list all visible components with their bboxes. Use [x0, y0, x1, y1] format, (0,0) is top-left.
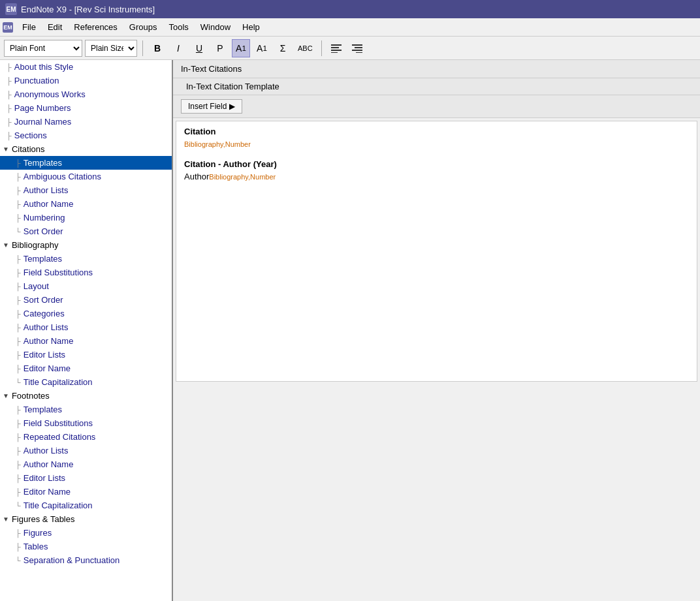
- tree-about-label: About this Style: [14, 62, 73, 72]
- tree-bib-categories[interactable]: ├ Categories: [0, 307, 172, 320]
- tree-bib-editor-lists[interactable]: ├ Editor Lists: [0, 348, 172, 362]
- connector: ├: [7, 118, 12, 126]
- tree-cit-templates[interactable]: ├ Templates: [0, 156, 172, 170]
- superscript-button[interactable]: A1: [232, 39, 250, 57]
- expand-icon: ▼: [3, 146, 9, 153]
- menu-tools[interactable]: Tools: [163, 20, 193, 34]
- tree-fn-author-name-label: Author Name: [24, 459, 74, 469]
- tree-bib-author-name[interactable]: ├ Author Name: [0, 334, 172, 348]
- connector: ├: [16, 420, 21, 427]
- tree-fn-author-name[interactable]: ├ Author Name: [0, 457, 172, 471]
- tree-bibliography-group[interactable]: ▼ Bibliography: [0, 238, 172, 252]
- tree-ft-figures-label: Figures: [24, 528, 52, 538]
- tree-fn-author-lists[interactable]: ├ Author Lists: [0, 444, 172, 457]
- connector: ├: [16, 214, 21, 222]
- tree-ft-tables-label: Tables: [24, 542, 48, 551]
- tree-bib-title-cap[interactable]: └ Title Capitalization: [0, 375, 172, 389]
- tree-figures-tables-group[interactable]: ▼ Figures & Tables: [0, 512, 172, 526]
- tree-bib-templates[interactable]: ├ Templates: [0, 252, 172, 266]
- tree-bib-editor-name-label: Editor Name: [24, 363, 71, 373]
- underline-button[interactable]: U: [190, 39, 208, 57]
- connector: ├: [16, 447, 21, 455]
- connector: ├: [16, 173, 21, 181]
- tree-ft-sep[interactable]: └ Separation & Punctuation: [0, 553, 172, 567]
- tree-bib-categories-label: Categories: [24, 309, 65, 318]
- italic-button[interactable]: I: [169, 39, 187, 57]
- tree-fn-author-lists-label: Author Lists: [24, 446, 69, 455]
- align-right-button[interactable]: [348, 39, 366, 57]
- menu-edit[interactable]: Edit: [42, 20, 67, 34]
- align-right-icon: [352, 44, 362, 53]
- tree-sections-label: Sections: [14, 131, 47, 140]
- tree-ft-tables[interactable]: ├ Tables: [0, 540, 172, 553]
- tree-fn-templates[interactable]: ├ Templates: [0, 403, 172, 416]
- right-panel: In-Text Citations In-Text Citation Templ…: [173, 60, 700, 601]
- connector: ├: [7, 63, 12, 71]
- tree-bib-author-name-label: Author Name: [24, 336, 74, 346]
- tree-bib-field-subs[interactable]: ├ Field Substitutions: [0, 266, 172, 279]
- tree-cit-ambiguous[interactable]: ├ Ambiguous Citations: [0, 170, 172, 183]
- menu-window[interactable]: Window: [195, 20, 236, 34]
- symbol-button[interactable]: Σ: [274, 39, 292, 57]
- tree-ft-figures[interactable]: ├ Figures: [0, 526, 172, 540]
- tree-sections[interactable]: ├ Sections: [0, 129, 172, 142]
- citation-label: Citation: [184, 127, 689, 136]
- author-text: Author: [184, 172, 209, 181]
- tree-journal-names[interactable]: ├ Journal Names: [0, 115, 172, 129]
- tree-fn-repeated-label: Repeated Citations: [24, 432, 96, 442]
- connector: └: [16, 557, 21, 564]
- tree-page-numbers-label: Page Numbers: [14, 103, 71, 113]
- svg-rect-5: [355, 47, 362, 48]
- menu-groups[interactable]: Groups: [124, 20, 163, 34]
- smallcaps-button[interactable]: ABC: [294, 39, 316, 57]
- tree-bib-sort-order[interactable]: ├ Sort Order: [0, 293, 172, 307]
- tree-bib-sort-order-label: Sort Order: [24, 295, 63, 305]
- tree-fn-editor-name-label: Editor Name: [24, 487, 71, 497]
- tree-cit-author-lists[interactable]: ├ Author Lists: [0, 183, 172, 197]
- tree-cit-numbering-label: Numbering: [24, 213, 65, 223]
- tree-cit-numbering[interactable]: ├ Numbering: [0, 211, 172, 224]
- tree-footnotes-group[interactable]: ▼ Footnotes: [0, 389, 172, 403]
- align-left-button[interactable]: [327, 39, 345, 57]
- subscript-button[interactable]: A1: [253, 39, 271, 57]
- tree-fn-title-cap[interactable]: └ Title Capitalization: [0, 499, 172, 512]
- tree-cit-author-name[interactable]: ├ Author Name: [0, 197, 172, 211]
- tree-bib-field-subs-label: Field Substitutions: [24, 268, 93, 277]
- menu-references[interactable]: References: [69, 20, 122, 34]
- menu-file[interactable]: File: [17, 20, 41, 34]
- section-title: In-Text Citations: [173, 60, 700, 78]
- svg-rect-0: [331, 44, 342, 46]
- plain-button[interactable]: P: [211, 39, 229, 57]
- font-select[interactable]: Plain Font: [4, 40, 82, 57]
- tree-cit-sort-order[interactable]: └ Sort Order: [0, 224, 172, 238]
- tree-citations-group[interactable]: ▼ Citations: [0, 142, 172, 156]
- connector: ├: [16, 324, 21, 331]
- tree-fn-field-subs[interactable]: ├ Field Substitutions: [0, 416, 172, 430]
- connector: ├: [7, 132, 12, 140]
- tree-anonymous[interactable]: ├ Anonymous Works: [0, 87, 172, 101]
- tree-about[interactable]: ├ About this Style: [0, 60, 172, 74]
- tree-fn-templates-label: Templates: [24, 405, 62, 414]
- tree-bib-editor-name[interactable]: ├ Editor Name: [0, 362, 172, 375]
- connector: ├: [16, 351, 21, 359]
- menu-help[interactable]: Help: [237, 20, 265, 34]
- insert-field-button[interactable]: Insert Field ▶: [181, 99, 242, 114]
- tree-punctuation[interactable]: ├ Punctuation: [0, 74, 172, 87]
- tree-fn-editor-lists[interactable]: ├ Editor Lists: [0, 471, 172, 485]
- tree-cit-ambiguous-label: Ambiguous Citations: [24, 172, 101, 181]
- tree-page-numbers[interactable]: ├ Page Numbers: [0, 101, 172, 115]
- connector: ├: [7, 91, 12, 99]
- connector: ├: [16, 283, 21, 290]
- tree-footnotes-label: Footnotes: [12, 391, 50, 401]
- tree-bib-layout[interactable]: ├ Layout: [0, 279, 172, 293]
- connector: ├: [16, 406, 21, 414]
- left-panel: ├ About this Style ├ Punctuation ├ Anony…: [0, 60, 173, 601]
- bold-button[interactable]: B: [148, 39, 167, 57]
- insert-field-bar: Insert Field ▶: [173, 95, 700, 118]
- tree-bib-author-lists[interactable]: ├ Author Lists: [0, 320, 172, 334]
- tree-fn-editor-name[interactable]: ├ Editor Name: [0, 485, 172, 499]
- tree-fn-repeated[interactable]: ├ Repeated Citations: [0, 430, 172, 444]
- size-select[interactable]: Plain Size: [85, 40, 137, 57]
- menu-bar: EM File Edit References Groups Tools Win…: [0, 18, 700, 37]
- content-area[interactable]: Citation Bibliography,Number Citation - …: [176, 121, 697, 382]
